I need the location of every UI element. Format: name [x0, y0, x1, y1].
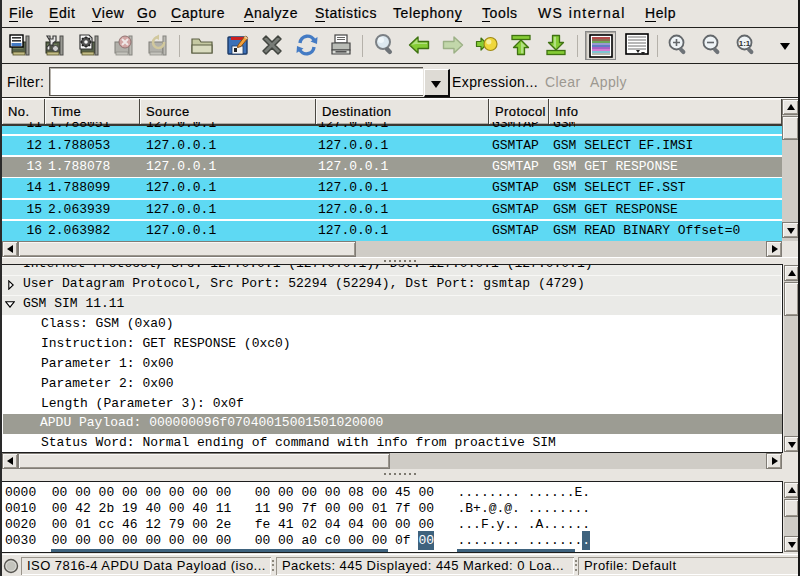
svg-text:1:1: 1:1 [739, 39, 751, 48]
